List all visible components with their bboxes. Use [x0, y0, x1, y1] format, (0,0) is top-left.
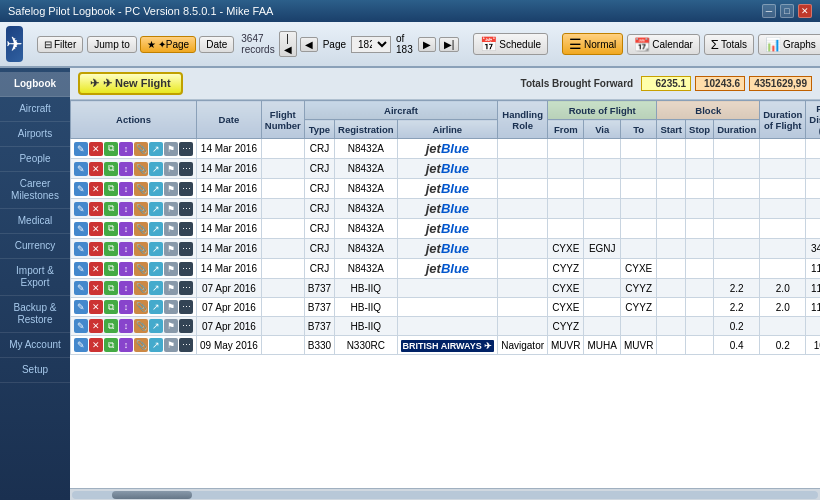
- move-icon[interactable]: ↕: [119, 300, 133, 314]
- totals-button[interactable]: Σ Totals: [704, 34, 754, 55]
- delete-icon[interactable]: ✕: [89, 281, 103, 295]
- close-button[interactable]: ✕: [798, 4, 812, 18]
- move-icon[interactable]: ↕: [119, 222, 133, 236]
- attach-icon[interactable]: 📎: [134, 242, 148, 256]
- share-icon[interactable]: ↗: [149, 182, 163, 196]
- sidebar-item-people[interactable]: People: [0, 147, 70, 172]
- next-page-button[interactable]: ▶: [418, 37, 436, 52]
- move-icon[interactable]: ↕: [119, 162, 133, 176]
- attach-icon[interactable]: 📎: [134, 142, 148, 156]
- attach-icon[interactable]: 📎: [134, 162, 148, 176]
- attach-icon[interactable]: 📎: [134, 319, 148, 333]
- attach-icon[interactable]: 📎: [134, 262, 148, 276]
- edit-icon[interactable]: ✎: [74, 262, 88, 276]
- more-icon[interactable]: ⋯: [179, 222, 193, 236]
- sidebar-item-my-account[interactable]: My Account: [0, 333, 70, 358]
- sidebar-item-career-milestones[interactable]: Career Milestones: [0, 172, 70, 209]
- jump-to-button[interactable]: Jump to: [87, 36, 137, 53]
- share-icon[interactable]: ↗: [149, 142, 163, 156]
- graphs-button[interactable]: 📊 Graphs: [758, 34, 820, 55]
- last-page-button[interactable]: ▶|: [439, 37, 460, 52]
- share-icon[interactable]: ↗: [149, 262, 163, 276]
- more-icon[interactable]: ⋯: [179, 281, 193, 295]
- date-button[interactable]: Date: [199, 36, 234, 53]
- share-icon[interactable]: ↗: [149, 162, 163, 176]
- edit-icon[interactable]: ✎: [74, 281, 88, 295]
- move-icon[interactable]: ↕: [119, 242, 133, 256]
- share-icon[interactable]: ↗: [149, 281, 163, 295]
- copy-icon[interactable]: ⧉: [104, 281, 118, 295]
- copy-icon[interactable]: ⧉: [104, 162, 118, 176]
- more-icon[interactable]: ⋯: [179, 319, 193, 333]
- share-icon[interactable]: ↗: [149, 242, 163, 256]
- flag-icon[interactable]: ⚑: [164, 319, 178, 333]
- more-icon[interactable]: ⋯: [179, 300, 193, 314]
- flag-icon[interactable]: ⚑: [164, 338, 178, 352]
- share-icon[interactable]: ↗: [149, 338, 163, 352]
- edit-icon[interactable]: ✎: [74, 338, 88, 352]
- copy-icon[interactable]: ⧉: [104, 182, 118, 196]
- move-icon[interactable]: ↕: [119, 319, 133, 333]
- copy-icon[interactable]: ⧉: [104, 242, 118, 256]
- maximize-button[interactable]: □: [780, 4, 794, 18]
- copy-icon[interactable]: ⧉: [104, 338, 118, 352]
- copy-icon[interactable]: ⧉: [104, 300, 118, 314]
- filter-button[interactable]: ⊟ Filter: [37, 36, 83, 53]
- more-icon[interactable]: ⋯: [179, 338, 193, 352]
- page-select[interactable]: 182: [351, 36, 391, 53]
- move-icon[interactable]: ↕: [119, 338, 133, 352]
- move-icon[interactable]: ↕: [119, 182, 133, 196]
- sidebar-item-medical[interactable]: Medical: [0, 209, 70, 234]
- sidebar-item-logbook[interactable]: Logbook: [0, 72, 70, 97]
- flag-icon[interactable]: ⚑: [164, 162, 178, 176]
- move-icon[interactable]: ↕: [119, 142, 133, 156]
- move-icon[interactable]: ↕: [119, 262, 133, 276]
- delete-icon[interactable]: ✕: [89, 182, 103, 196]
- copy-icon[interactable]: ⧉: [104, 142, 118, 156]
- minimize-button[interactable]: ─: [762, 4, 776, 18]
- flag-icon[interactable]: ⚑: [164, 142, 178, 156]
- flag-icon[interactable]: ⚑: [164, 300, 178, 314]
- more-icon[interactable]: ⋯: [179, 142, 193, 156]
- delete-icon[interactable]: ✕: [89, 162, 103, 176]
- delete-icon[interactable]: ✕: [89, 300, 103, 314]
- edit-icon[interactable]: ✎: [74, 142, 88, 156]
- sidebar-item-aircraft[interactable]: Aircraft: [0, 97, 70, 122]
- flag-icon[interactable]: ⚑: [164, 202, 178, 216]
- normal-button[interactable]: ☰ Normal: [562, 33, 623, 55]
- share-icon[interactable]: ↗: [149, 300, 163, 314]
- share-icon[interactable]: ↗: [149, 202, 163, 216]
- delete-icon[interactable]: ✕: [89, 142, 103, 156]
- edit-icon[interactable]: ✎: [74, 202, 88, 216]
- move-icon[interactable]: ↕: [119, 281, 133, 295]
- sidebar-item-backup-restore[interactable]: Backup & Restore: [0, 296, 70, 333]
- edit-icon[interactable]: ✎: [74, 300, 88, 314]
- copy-icon[interactable]: ⧉: [104, 262, 118, 276]
- copy-icon[interactable]: ⧉: [104, 202, 118, 216]
- share-icon[interactable]: ↗: [149, 319, 163, 333]
- attach-icon[interactable]: 📎: [134, 182, 148, 196]
- share-icon[interactable]: ↗: [149, 222, 163, 236]
- edit-icon[interactable]: ✎: [74, 182, 88, 196]
- sidebar-item-airports[interactable]: Airports: [0, 122, 70, 147]
- more-icon[interactable]: ⋯: [179, 262, 193, 276]
- copy-icon[interactable]: ⧉: [104, 319, 118, 333]
- more-icon[interactable]: ⋯: [179, 242, 193, 256]
- prev-page-button[interactable]: ◀: [300, 37, 318, 52]
- sidebar-item-currency[interactable]: Currency: [0, 234, 70, 259]
- more-icon[interactable]: ⋯: [179, 162, 193, 176]
- edit-icon[interactable]: ✎: [74, 222, 88, 236]
- first-page-button[interactable]: |◀: [279, 31, 297, 57]
- delete-icon[interactable]: ✕: [89, 242, 103, 256]
- attach-icon[interactable]: 📎: [134, 222, 148, 236]
- delete-icon[interactable]: ✕: [89, 222, 103, 236]
- page-button[interactable]: ★ ✦Page: [140, 36, 196, 53]
- attach-icon[interactable]: 📎: [134, 281, 148, 295]
- sidebar-item-import-export[interactable]: Import & Export: [0, 259, 70, 296]
- scrollbar-thumb[interactable]: [112, 491, 192, 499]
- flag-icon[interactable]: ⚑: [164, 281, 178, 295]
- flag-icon[interactable]: ⚑: [164, 242, 178, 256]
- flag-icon[interactable]: ⚑: [164, 222, 178, 236]
- attach-icon[interactable]: 📎: [134, 338, 148, 352]
- attach-icon[interactable]: 📎: [134, 300, 148, 314]
